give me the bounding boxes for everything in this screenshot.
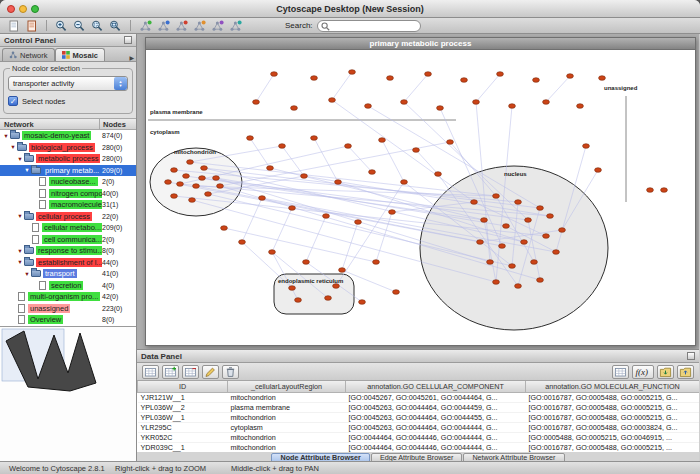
import-network-icon[interactable] bbox=[24, 19, 39, 32]
network-node[interactable] bbox=[547, 214, 554, 219]
network-edge[interactable] bbox=[336, 182, 404, 286]
tree-row[interactable]: ▼response to stimu...8(0) bbox=[0, 245, 136, 257]
expander-icon[interactable]: ▼ bbox=[16, 156, 24, 162]
network-node[interactable] bbox=[349, 70, 356, 75]
network-node[interactable] bbox=[303, 260, 310, 265]
network-node[interactable] bbox=[291, 106, 298, 111]
network-node[interactable] bbox=[289, 286, 296, 291]
network-node[interactable] bbox=[325, 296, 332, 301]
network-node[interactable] bbox=[301, 174, 308, 179]
network-node[interactable] bbox=[333, 284, 340, 289]
network-node[interactable] bbox=[339, 268, 346, 273]
network-node[interactable] bbox=[177, 182, 184, 187]
network-node[interactable] bbox=[533, 78, 540, 83]
expander-icon[interactable]: ▼ bbox=[23, 271, 31, 277]
network-edge[interactable] bbox=[224, 228, 376, 262]
tab-mosaic[interactable]: Mosaic bbox=[55, 48, 105, 61]
network-node[interactable] bbox=[355, 220, 362, 225]
network-node[interactable] bbox=[221, 226, 228, 231]
search-input[interactable] bbox=[317, 20, 421, 32]
network-node[interactable] bbox=[553, 250, 560, 255]
network-node[interactable] bbox=[247, 136, 254, 141]
network-node[interactable] bbox=[239, 240, 246, 245]
network-node[interactable] bbox=[447, 140, 454, 145]
network-node[interactable] bbox=[477, 240, 484, 245]
import-attributes-icon[interactable] bbox=[657, 365, 674, 379]
network-node[interactable] bbox=[437, 106, 444, 111]
network-node[interactable] bbox=[213, 176, 220, 181]
network-node[interactable] bbox=[267, 166, 274, 171]
attribute-header-row[interactable]: ID_cellularLayoutRegionannotation.GO CEL… bbox=[138, 381, 700, 392]
network-node[interactable] bbox=[661, 188, 668, 193]
network-node[interactable] bbox=[345, 144, 352, 149]
vizmapper-icon[interactable] bbox=[210, 19, 225, 32]
column-header[interactable]: _cellularLayoutRegion bbox=[228, 381, 346, 392]
network-edge[interactable] bbox=[256, 74, 274, 102]
network-node[interactable] bbox=[473, 100, 480, 105]
network-node[interactable] bbox=[537, 206, 544, 211]
network-node[interactable] bbox=[393, 290, 400, 295]
network-node[interactable] bbox=[259, 196, 266, 201]
network-node[interactable] bbox=[165, 180, 172, 185]
table-row[interactable]: YKR052Cmitochondrion[GO:0044464, GO:0044… bbox=[138, 432, 700, 442]
table-row[interactable]: YDR039C__1mitochondrion[GO:0044464, GO:0… bbox=[138, 442, 700, 452]
new-document-icon[interactable] bbox=[6, 19, 21, 32]
network-node[interactable] bbox=[521, 240, 528, 245]
network-node[interactable] bbox=[599, 76, 606, 81]
delete-attribute-icon[interactable] bbox=[182, 365, 199, 379]
expander-icon[interactable]: ▼ bbox=[9, 144, 17, 150]
expander-icon[interactable]: ▼ bbox=[23, 167, 31, 173]
network-node[interactable] bbox=[543, 100, 550, 105]
network-node[interactable] bbox=[537, 278, 544, 283]
network-node[interactable] bbox=[481, 218, 488, 223]
network-edge[interactable] bbox=[476, 74, 500, 102]
apply-layout-icon[interactable] bbox=[192, 19, 207, 32]
network-node[interactable] bbox=[559, 228, 566, 233]
network-edge[interactable] bbox=[348, 146, 372, 172]
expander-icon[interactable]: ▼ bbox=[16, 259, 24, 265]
network-node[interactable] bbox=[271, 72, 278, 77]
delete-rows-icon[interactable] bbox=[222, 365, 239, 379]
column-header[interactable]: annotation.GO CELLULAR_COMPONENT bbox=[346, 381, 526, 392]
select-attributes-icon[interactable] bbox=[142, 365, 159, 379]
network-node[interactable] bbox=[335, 180, 342, 185]
zoom-fit-icon[interactable] bbox=[108, 19, 123, 32]
node-color-dropdown[interactable]: transporter activity ▲▼ bbox=[8, 76, 128, 91]
network-node[interactable] bbox=[269, 250, 276, 255]
network-node[interactable] bbox=[435, 172, 442, 177]
network-node[interactable] bbox=[183, 174, 190, 179]
network-node[interactable] bbox=[373, 260, 380, 265]
table-row[interactable]: YPL036W__1mitochondrion[GO:0045263, GO:0… bbox=[138, 412, 700, 422]
network-node[interactable] bbox=[365, 104, 372, 109]
network-edge[interactable] bbox=[546, 76, 570, 102]
network-node[interactable] bbox=[253, 100, 260, 105]
tab-scroll-right-icon[interactable]: ▶ bbox=[129, 54, 134, 61]
minimize-window-button[interactable] bbox=[19, 5, 27, 13]
tree-row[interactable]: ▼cellular process22(0) bbox=[0, 211, 136, 223]
zoom-out-icon[interactable] bbox=[72, 19, 87, 32]
network-node[interactable] bbox=[289, 206, 296, 211]
select-first-neighbors-icon[interactable] bbox=[138, 19, 153, 32]
tree-row[interactable]: multi-organism pro...42(0) bbox=[0, 291, 136, 303]
expander-icon[interactable]: ▼ bbox=[2, 133, 10, 139]
network-node[interactable] bbox=[497, 72, 504, 77]
network-node[interactable] bbox=[515, 200, 522, 205]
network-node[interactable] bbox=[189, 198, 196, 203]
tab-network[interactable]: Network bbox=[2, 48, 55, 61]
network-node[interactable] bbox=[567, 74, 574, 79]
network-node[interactable] bbox=[187, 160, 194, 165]
network-node[interactable] bbox=[329, 98, 336, 103]
tree-row[interactable]: ▼establishment of l...44(0) bbox=[0, 257, 136, 269]
network-node[interactable] bbox=[295, 298, 302, 303]
edit-attribute-icon[interactable] bbox=[202, 365, 219, 379]
network-edge[interactable] bbox=[250, 138, 270, 168]
network-edge[interactable] bbox=[382, 140, 404, 182]
network-node[interactable] bbox=[577, 104, 584, 109]
plugin-manager-icon[interactable] bbox=[228, 19, 243, 32]
network-node[interactable] bbox=[509, 264, 516, 269]
tree-row[interactable]: ▼primary metab...209(0) bbox=[0, 165, 136, 177]
network-node[interactable] bbox=[595, 168, 602, 173]
tree-row[interactable]: nitrogen compo...40(0) bbox=[0, 188, 136, 200]
new-network-from-selection-icon[interactable] bbox=[156, 19, 171, 32]
network-node[interactable] bbox=[199, 176, 206, 181]
